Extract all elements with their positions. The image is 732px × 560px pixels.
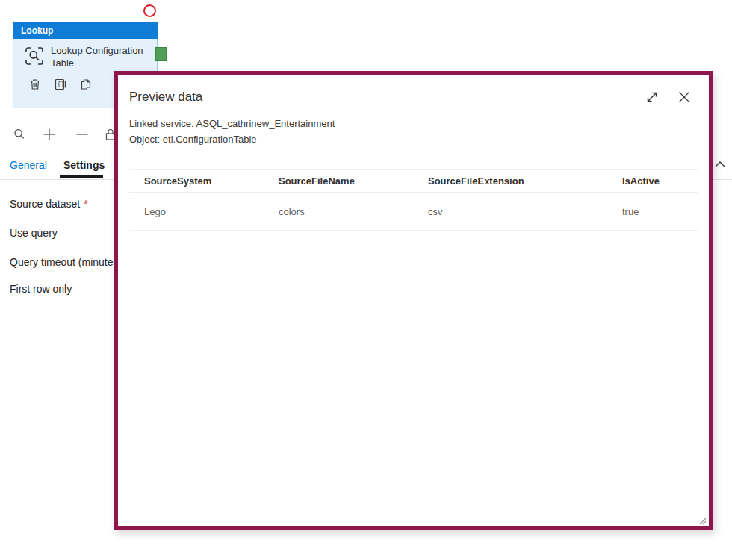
table-cell: colors <box>264 206 413 217</box>
activity-name: Lookup Configuration Table <box>51 44 154 69</box>
table-cell: true <box>607 206 698 217</box>
chevron-up-icon[interactable] <box>712 158 728 172</box>
activity-actions: {} <box>28 78 93 93</box>
column-header: SourceFileName <box>264 175 413 187</box>
label-query-timeout: Query timeout (minutes) <box>10 256 122 268</box>
table-cell: Lego <box>129 206 264 217</box>
close-icon[interactable] <box>675 89 693 107</box>
delete-activity-button[interactable] <box>28 78 43 93</box>
zoom-in-icon[interactable] <box>41 127 58 143</box>
output-connector[interactable] <box>155 47 167 61</box>
dataset-meta: Linked service: ASQL_cathrinew_Entertain… <box>129 116 335 147</box>
column-header: IsActive <box>607 175 698 187</box>
lookup-icon <box>24 46 45 66</box>
svg-text:{}: {} <box>58 81 65 88</box>
required-asterisk: * <box>84 198 87 210</box>
linked-service-line: Linked service: ASQL_cathrinew_Entertain… <box>129 116 335 131</box>
object-line: Object: etl.ConfigurationTable <box>129 131 335 147</box>
column-header: SourceSystem <box>129 175 264 187</box>
tab-settings[interactable]: Settings <box>63 159 105 171</box>
table-row: Lego colors csv true <box>129 193 698 231</box>
label-source-dataset: Source dataset* <box>10 198 88 210</box>
resize-grip[interactable] <box>698 514 707 523</box>
annotation-circle <box>143 4 156 17</box>
preview-data-modal: Preview data Linked service: ASQL_cathri… <box>114 71 713 530</box>
zoom-out-icon[interactable] <box>74 127 90 143</box>
label-use-query: Use query <box>10 227 58 239</box>
code-button[interactable]: {} <box>53 78 68 93</box>
copy-button[interactable] <box>78 78 93 93</box>
tab-general[interactable]: General <box>10 159 47 171</box>
expand-icon[interactable] <box>643 89 661 107</box>
modal-title: Preview data <box>129 90 202 105</box>
label-first-row-only: First row only <box>10 283 72 295</box>
label-source-dataset-text: Source dataset <box>10 198 80 210</box>
table-cell: csv <box>413 206 607 217</box>
active-tab-underline <box>60 175 103 178</box>
table-header-row: SourceSystem SourceFileName SourceFileEx… <box>129 169 698 193</box>
preview-table: SourceSystem SourceFileName SourceFileEx… <box>129 169 698 231</box>
activity-type-header: Lookup <box>13 22 158 39</box>
search-icon[interactable] <box>11 127 28 143</box>
column-header: SourceFileExtension <box>413 175 607 187</box>
